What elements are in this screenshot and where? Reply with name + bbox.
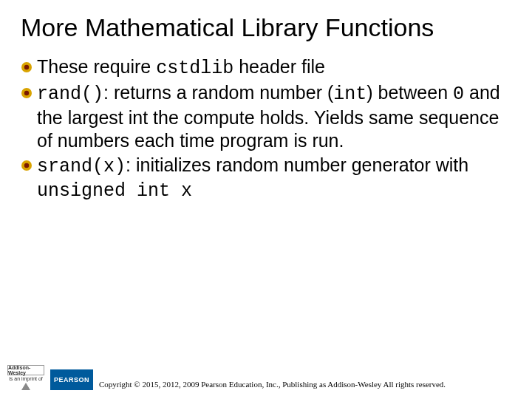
bullet-text: These require cstdlib header file: [37, 55, 511, 80]
svg-point-1: [24, 65, 29, 69]
bullet-icon: [21, 61, 33, 73]
bullet-item: rand(): returns a random number (int) be…: [21, 81, 511, 152]
text-run: : returns a random number (: [103, 82, 333, 103]
text-run: : initializes random number generator wi…: [126, 154, 468, 175]
svg-point-5: [24, 163, 29, 168]
code-run: cstdlib: [156, 58, 233, 79]
addison-wesley-logo: Addison-Wesley: [7, 365, 44, 375]
code-run: rand(): [37, 83, 103, 105]
slide-body: These require cstdlib header file rand()…: [21, 55, 511, 203]
code-run: int: [333, 83, 366, 105]
text-run: header file: [233, 56, 325, 77]
bullet-icon: [21, 160, 33, 171]
code-run: unsigned int x: [37, 180, 192, 202]
code-run: srand(x): [37, 156, 126, 177]
copyright-text: Copyright © 2015, 2012, 2009 Pearson Edu…: [99, 380, 446, 390]
bullet-text: rand(): returns a random number (int) be…: [37, 81, 511, 152]
addison-wesley-block: Addison-Wesley is an imprint of: [7, 365, 44, 390]
bullet-icon: [21, 87, 33, 99]
pearson-logo: PEARSON: [50, 369, 93, 390]
bullet-item: srand(x): initializes random number gene…: [21, 154, 511, 203]
bullet-item: These require cstdlib header file: [21, 55, 511, 80]
svg-point-3: [24, 91, 29, 95]
triangle-icon: [21, 383, 30, 390]
imprint-label: is an imprint of: [9, 376, 43, 382]
slide-footer: Addison-Wesley is an imprint of PEARSON …: [0, 365, 532, 390]
text-run: ) between: [366, 82, 453, 103]
text-run: These require: [37, 56, 156, 77]
code-run: 0: [453, 83, 464, 105]
slide-title: More Mathematical Library Functions: [21, 13, 511, 42]
slide-content: More Mathematical Library Functions Thes…: [0, 0, 532, 203]
bullet-text: srand(x): initializes random number gene…: [37, 154, 511, 203]
